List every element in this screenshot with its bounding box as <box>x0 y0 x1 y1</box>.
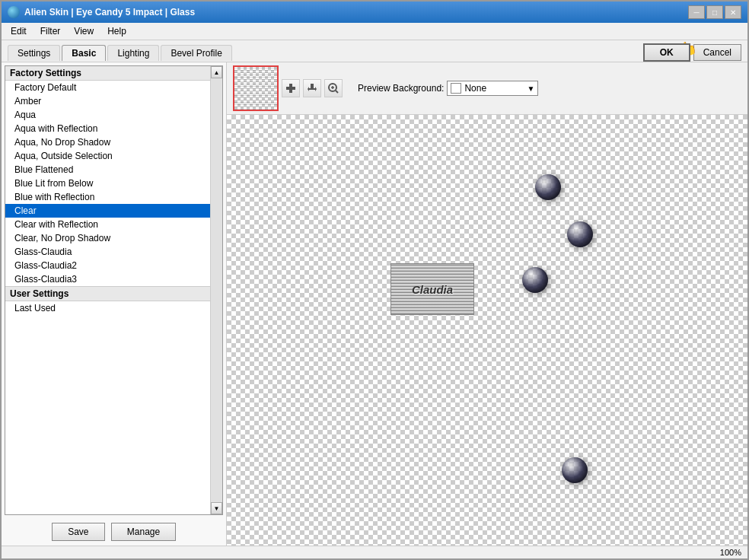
preset-factory-default[interactable]: Factory Default <box>5 81 210 94</box>
tab-basic[interactable]: Basic <box>62 45 106 61</box>
user-settings-header: User Settings <box>5 287 210 301</box>
tab-bevel-profile[interactable]: Bevel Profile <box>161 45 231 61</box>
preset-aqua-reflection[interactable]: Aqua with Reflection <box>5 122 210 135</box>
app-icon <box>8 6 20 18</box>
thumbnail-content <box>234 67 277 110</box>
scroll-down-button[interactable]: ▼ <box>211 502 222 514</box>
main-content: Factory Settings Factory Default Amber A… <box>2 62 747 546</box>
preset-glass-claudia2[interactable]: Glass-Claudia2 <box>5 259 210 272</box>
presets-scroll: Factory Settings Factory Default Amber A… <box>5 66 222 514</box>
claudia-label: Claudia <box>412 283 453 296</box>
claudia-thumbnail: Claudia <box>390 263 474 315</box>
title-bar-left: Alien Skin | Eye Candy 5 Impact | Glass <box>8 6 195 18</box>
preview-toolbar: Preview Background: None ▼ <box>227 62 747 115</box>
menu-edit[interactable]: Edit <box>5 24 33 38</box>
tabs-row: Settings Basic Lighting Bevel Profile 👆 … <box>2 40 747 62</box>
preset-glass-claudia3[interactable]: Glass-Claudia3 <box>5 272 210 286</box>
menu-bar: Edit Filter View Help <box>2 23 747 40</box>
presets-container: Factory Settings Factory Default Amber A… <box>5 65 223 515</box>
manage-button[interactable]: Manage <box>111 523 176 541</box>
svg-line-6 <box>336 91 338 93</box>
tool-move-button[interactable] <box>282 79 300 97</box>
main-window: Alien Skin | Eye Candy 5 Impact | Glass … <box>0 0 749 560</box>
tab-settings[interactable]: Settings <box>8 45 60 61</box>
preset-blue-flattened[interactable]: Blue Flattened <box>5 163 210 177</box>
menu-filter[interactable]: Filter <box>34 24 67 38</box>
status-bar: 100% <box>2 546 747 558</box>
title-bar: Alien Skin | Eye Candy 5 Impact | Glass … <box>2 2 747 23</box>
glass-ball-4 <box>562 457 588 483</box>
user-settings-group: User Settings Last Used <box>5 286 210 315</box>
ok-button-wrapper: 👆 OK <box>643 43 690 62</box>
preset-clear[interactable]: Clear <box>5 204 210 218</box>
minimize-button[interactable]: ─ <box>688 5 705 19</box>
svg-rect-3 <box>292 87 295 90</box>
ok-button[interactable]: OK <box>643 43 690 62</box>
preset-aqua[interactable]: Aqua <box>5 108 210 122</box>
tab-lighting[interactable]: Lighting <box>107 45 159 61</box>
menu-help[interactable]: Help <box>101 24 132 38</box>
svg-rect-2 <box>286 87 289 90</box>
preview-bg-label: Preview Background: <box>358 83 444 94</box>
scroll-up-button[interactable]: ▲ <box>211 66 222 78</box>
tool-pan-button[interactable] <box>303 79 321 97</box>
svg-rect-4 <box>289 87 292 90</box>
preset-clear-no-drop[interactable]: Clear, No Drop Shadow <box>5 231 210 245</box>
close-button[interactable]: ✕ <box>725 5 741 19</box>
preview-bg-dropdown-icon: ▼ <box>527 84 534 93</box>
preview-thumbnail <box>233 65 279 111</box>
factory-settings-header: Factory Settings <box>5 66 210 81</box>
presets-list[interactable]: Factory Settings Factory Default Amber A… <box>5 66 210 514</box>
right-panel: Preview Background: None ▼ Claudia <box>227 62 747 546</box>
save-button[interactable]: Save <box>52 523 105 541</box>
thumbnail-stripes <box>234 67 277 110</box>
cancel-button[interactable]: Cancel <box>693 44 741 61</box>
preset-clear-reflection[interactable]: Clear with Reflection <box>5 218 210 231</box>
ok-cancel-group: 👆 OK Cancel <box>643 43 741 62</box>
svg-rect-0 <box>289 84 292 87</box>
svg-rect-1 <box>289 90 292 93</box>
preset-blue-lit[interactable]: Blue Lit from Below <box>5 177 210 190</box>
preview-area[interactable]: Claudia <box>227 115 747 546</box>
bottom-buttons: Save Manage <box>2 518 226 546</box>
preset-amber[interactable]: Amber <box>5 94 210 108</box>
preview-bg-value: None <box>464 83 486 94</box>
scrollbar[interactable]: ▲ ▼ <box>210 66 222 514</box>
glass-ball-3 <box>522 267 548 293</box>
menu-view[interactable]: View <box>68 24 100 38</box>
zoom-level: 100% <box>720 548 741 557</box>
left-panel: Factory Settings Factory Default Amber A… <box>2 62 227 546</box>
preset-blue-reflection[interactable]: Blue with Reflection <box>5 190 210 204</box>
preset-last-used[interactable]: Last Used <box>5 301 210 315</box>
preset-glass-claudia[interactable]: Glass-Claudia <box>5 245 210 259</box>
glass-ball-2 <box>567 221 593 247</box>
window-title: Alien Skin | Eye Candy 5 Impact | Glass <box>24 7 195 18</box>
preview-bg-select[interactable]: None ▼ <box>447 81 538 96</box>
preset-aqua-no-drop[interactable]: Aqua, No Drop Shadow <box>5 135 210 149</box>
tab-group: Settings Basic Lighting Bevel Profile <box>8 45 232 61</box>
preview-bg-color-swatch <box>451 83 461 94</box>
preset-aqua-outside[interactable]: Aqua, Outside Selection <box>5 149 210 163</box>
title-controls: ─ □ ✕ <box>688 5 741 19</box>
tool-zoom-button[interactable] <box>324 79 343 97</box>
glass-ball-1 <box>535 174 561 200</box>
maximize-button[interactable]: □ <box>706 5 723 19</box>
